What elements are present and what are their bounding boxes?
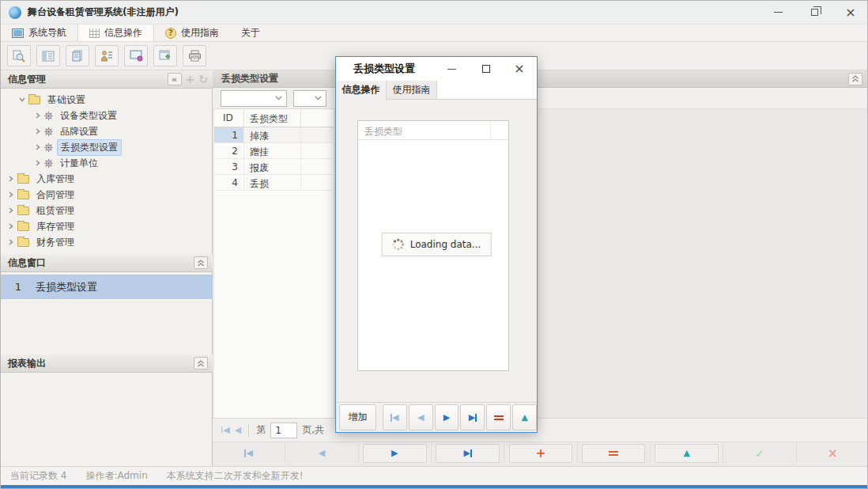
page-number-input[interactable] [270, 423, 297, 438]
filter-dropdown-1[interactable] [221, 90, 287, 107]
collapse-up-button[interactable] [194, 256, 208, 269]
nav-add-button[interactable]: + [504, 442, 577, 464]
list-item-label: 丢损类型设置 [36, 280, 97, 294]
folder-icon [17, 207, 29, 215]
search-button[interactable] [7, 45, 31, 66]
table-header-row: ID 丢损类型 [214, 109, 334, 127]
tree-node-brand[interactable]: 品牌设置 [1, 123, 213, 139]
user-tasks-icon [100, 50, 113, 62]
tree-node-finance[interactable]: 财务管理 [1, 234, 213, 250]
menu-item-about[interactable]: 关于 [230, 25, 271, 41]
add-record-button[interactable]: 增加 [339, 404, 376, 430]
nav-first-button[interactable]: ◀ [213, 442, 285, 464]
nav-last-button[interactable]: ▶ [432, 442, 504, 464]
tree-label: 丢损类型设置 [57, 139, 122, 156]
menu-item-user-guide[interactable]: ? 使用指南 [154, 25, 230, 41]
chevron-down-icon[interactable] [17, 97, 27, 102]
user-tasks-button[interactable] [95, 45, 119, 66]
tree-label: 合同管理 [33, 188, 77, 203]
chevron-right-icon[interactable] [6, 191, 16, 198]
collapse-left-button[interactable]: « [168, 73, 182, 85]
add-window-button[interactable] [153, 45, 177, 66]
table-row[interactable]: 4 丢损 [214, 175, 334, 191]
close-button[interactable]: × [832, 1, 868, 24]
list-item-loss-type-window[interactable]: 1 丢损类型设置 [1, 275, 213, 299]
nav-remove-button[interactable] [578, 442, 651, 464]
tree-label: 租赁管理 [33, 203, 77, 218]
chevron-right-icon[interactable] [6, 239, 16, 245]
dialog-grid-header: 丢损类型 [358, 121, 508, 140]
report-panel-title: 报表输出 [8, 357, 46, 370]
tree-node-unit[interactable]: 计量单位 [1, 155, 213, 171]
spinner-icon [392, 238, 405, 251]
collapse-up-button[interactable] [194, 357, 208, 370]
filter-dropdown-2[interactable] [293, 90, 326, 107]
menu-item-info-ops[interactable]: 信息操作 [77, 25, 154, 41]
dialog-column-header[interactable]: 丢损类型 [358, 121, 491, 139]
dialog-edit-button[interactable]: ▲ [512, 404, 537, 430]
dialog-last-button[interactable]: ▶ [460, 404, 485, 430]
table-row[interactable]: 3 报废 [214, 159, 334, 175]
table-row[interactable]: 1 掉漆 [214, 127, 334, 143]
chevron-right-icon[interactable] [6, 176, 16, 182]
chevron-right-icon[interactable] [6, 223, 16, 229]
chevron-right-icon[interactable] [32, 144, 43, 150]
loss-type-dialog: 丢损类型设置 × 信息操作 使用指南 丢损类型 Loading data... [335, 56, 538, 433]
dialog-prev-button[interactable]: ◀ [409, 404, 433, 430]
chevron-right-icon[interactable] [32, 160, 43, 166]
form-view-button[interactable] [36, 45, 60, 66]
record-count-label: 当前记录数 4 [1, 469, 76, 483]
close-icon: × [514, 63, 524, 75]
dialog-tab-info-ops[interactable]: 信息操作 [336, 81, 387, 100]
tree-node-contract[interactable]: 合同管理 [1, 187, 213, 203]
column-header-id[interactable]: ID [214, 109, 244, 127]
nav-next-button[interactable]: ▶ [359, 442, 432, 464]
app-logo-icon [9, 6, 21, 19]
chevron-right-icon[interactable] [32, 112, 43, 119]
tree-node-loss-type[interactable]: 丢损类型设置 [1, 139, 213, 155]
tree-label: 计量单位 [57, 156, 101, 171]
dialog-first-button[interactable]: ◀ [383, 404, 407, 430]
tree-node-inventory[interactable]: 库存管理 [1, 218, 213, 234]
status-message: 本系统支持二次开发和全新开发! [157, 469, 313, 483]
table-row[interactable]: 2 蹭挂 [214, 143, 334, 159]
pagination-bar: Ⅰ◀ ◀ 第 页,共 [213, 418, 868, 442]
tree-node-rental[interactable]: 租赁管理 [1, 203, 213, 218]
first-page-icon[interactable]: Ⅰ◀ [221, 425, 230, 435]
chevron-down-icon [315, 96, 322, 100]
collapse-up-button[interactable] [848, 73, 862, 85]
nav-prev-button[interactable]: ◀ [285, 442, 358, 464]
dialog-close-button[interactable]: × [504, 57, 535, 81]
nav-confirm-button[interactable]: ✓ [723, 442, 796, 464]
dialog-remove-button[interactable] [486, 404, 511, 430]
dialog-tab-user-guide[interactable]: 使用指南 [387, 81, 437, 99]
tree-node-base-settings[interactable]: 基础设置 [1, 92, 213, 108]
minimize-icon [447, 69, 456, 70]
restore-button[interactable] [796, 1, 832, 24]
prev-page-icon[interactable]: ◀ [235, 425, 241, 435]
printer-button[interactable] [183, 45, 206, 66]
gear-icon [43, 158, 54, 169]
monitor-browse-button[interactable] [124, 45, 148, 66]
chevron-right-icon[interactable] [6, 207, 16, 214]
minimize-button[interactable] [760, 1, 796, 24]
dialog-minimize-button[interactable] [436, 57, 467, 81]
nav-cancel-button[interactable]: × [797, 442, 868, 464]
add-icon[interactable]: + [186, 73, 195, 85]
dialog-next-button[interactable]: ▶ [435, 404, 459, 430]
nav-edit-button[interactable]: ▲ [651, 442, 723, 464]
tree-node-inbound[interactable]: 入库管理 [1, 171, 213, 187]
menu-bar: 系统导航 信息操作 ? 使用指南 关于 [1, 25, 868, 42]
document-button[interactable] [66, 45, 89, 66]
refresh-icon[interactable]: ↻ [198, 73, 208, 85]
cell-type: 报废 [244, 159, 301, 174]
open-windows-list: 1 丢损类型设置 [1, 275, 213, 299]
content-header: 丢损类型设置 [213, 70, 868, 88]
loading-indicator: Loading data... [382, 233, 492, 256]
dialog-maximize-button[interactable] [470, 57, 502, 81]
column-header-type[interactable]: 丢损类型 [244, 109, 301, 127]
tree-node-device-type[interactable]: 设备类型设置 [1, 108, 213, 123]
menu-item-system-nav[interactable]: 系统导航 [1, 25, 77, 41]
chevron-right-icon[interactable] [32, 128, 43, 135]
cell-id: 3 [214, 159, 244, 174]
